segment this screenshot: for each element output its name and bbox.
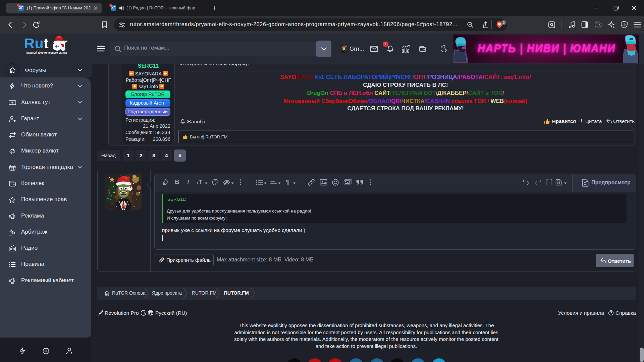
svg-text:OR: OR [629, 37, 633, 41]
